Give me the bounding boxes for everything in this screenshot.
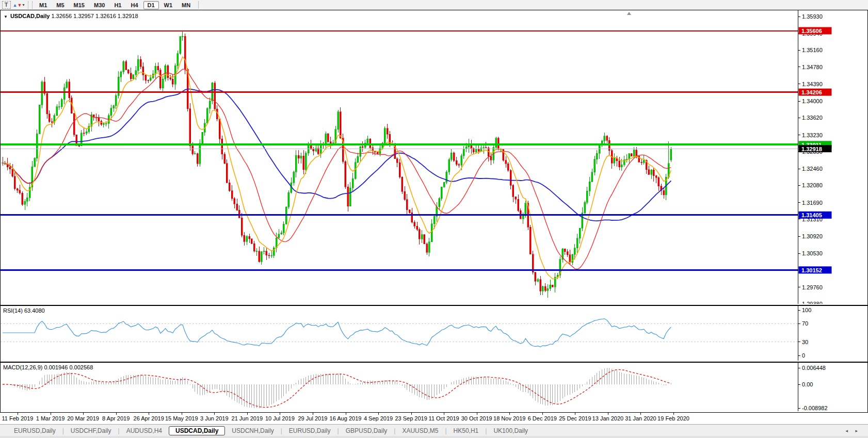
- main-chart-panel[interactable]: 1.359301.355401.351601.347801.343901.340…: [0, 10, 868, 305]
- date-axis-label: 11 Oct 2019: [429, 415, 459, 421]
- macd-canvas[interactable]: 0.0064480.00-0.008982: [1, 363, 867, 411]
- date-axis-label: 18 Nov 2019: [493, 415, 525, 421]
- date-axis-label: 3 Jun 2019: [200, 415, 228, 421]
- date-tick: [247, 413, 248, 415]
- date-axis-label: 11 Feb 2019: [2, 415, 34, 421]
- date-axis-label: 4 Sep 2019: [364, 415, 393, 421]
- date-tick: [214, 413, 215, 415]
- date-tick: [116, 413, 117, 415]
- chart-tab-usdchf-daily[interactable]: USDCHF,Daily: [64, 426, 118, 435]
- price-axis-tick: 1.30530: [802, 250, 823, 256]
- price-axis-tick: 1.33620: [802, 115, 823, 121]
- top-toolbar: T ▲▼ ▾ M1M5M15M30H1H4D1W1MN: [0, 0, 868, 10]
- price-badge: 1.34206: [801, 89, 822, 95]
- tab-scroll-arrows[interactable]: ◂ ▸: [845, 428, 861, 433]
- collapse-indicator-icon[interactable]: ▼: [4, 14, 8, 19]
- toolbar-grip[interactable]: [28, 2, 33, 9]
- date-axis-label: 31 Jan 2020: [625, 415, 656, 421]
- rsi-axis-tick: 30: [802, 339, 808, 345]
- date-tick: [608, 413, 608, 415]
- date-tick: [411, 413, 412, 415]
- date-tick: [182, 413, 182, 415]
- chart-tab-usdcnh-daily[interactable]: USDCNH,Daily: [225, 426, 280, 435]
- timeframe-button-group: M1M5M15M30H1H4D1W1MN: [35, 1, 195, 9]
- main-chart-canvas[interactable]: 1.359301.355401.351601.347801.343901.340…: [1, 10, 867, 304]
- chart-tab-audusd-h4[interactable]: AUDUSD,H4: [120, 426, 169, 435]
- price-axis-tick: 1.31690: [802, 200, 823, 206]
- timeframe-button-mn[interactable]: MN: [178, 1, 195, 9]
- date-axis-label: 29 Jul 2019: [298, 415, 327, 421]
- chart-tab-eurusd-daily[interactable]: EURUSD,Daily: [7, 426, 62, 435]
- rsi-canvas[interactable]: 10070300: [1, 306, 867, 361]
- timeframe-button-w1[interactable]: W1: [160, 1, 177, 9]
- date-tick: [280, 413, 280, 415]
- chart-symbol-label: USDCAD,Daily: [10, 13, 50, 19]
- timeframe-button-m15[interactable]: M15: [70, 1, 89, 9]
- date-tick: [51, 413, 51, 415]
- date-axis-label: 6 Dec 2019: [528, 415, 557, 421]
- date-tick: [640, 413, 641, 415]
- arrange-charts-icon[interactable]: ▲▼ ▾: [13, 1, 24, 9]
- chart-ohlc-values: 1.32656 1.32957 1.32616 1.32918: [51, 13, 138, 19]
- date-axis-label: 15 May 2019: [165, 415, 198, 421]
- chart-tab-eurusd-daily[interactable]: EURUSD,Daily: [282, 426, 337, 435]
- chart-tab-uk100-daily[interactable]: UK100,Daily: [487, 426, 535, 435]
- timeframe-button-h1[interactable]: H1: [110, 1, 125, 9]
- date-axis[interactable]: 11 Feb 20191 Mar 201920 Mar 20198 Apr 20…: [0, 413, 868, 424]
- dropdown-caret-icon[interactable]: ▾: [22, 3, 24, 7]
- chart-header[interactable]: ▼USDCAD,Daily 1.32656 1.32957 1.32616 1.…: [4, 13, 138, 19]
- price-axis-tick: 1.35930: [802, 13, 823, 20]
- text-label-tool-icon[interactable]: T: [1, 1, 11, 9]
- date-tick: [378, 413, 379, 415]
- price-badge: 1.30152: [801, 267, 822, 273]
- text-tool-glyph: T: [2, 1, 11, 9]
- price-axis-tick: 1.35160: [802, 47, 823, 53]
- price-axis-tick: 1.32080: [802, 182, 823, 188]
- date-axis-label: 10 Jul 2019: [265, 415, 295, 421]
- toolbar-separator: [198, 1, 199, 9]
- rsi-axis-tick: 0: [802, 352, 805, 359]
- chart-tab-usdcad-daily[interactable]: USDCAD,Daily: [169, 426, 225, 435]
- date-axis-label: 26 Apr 2019: [134, 415, 164, 421]
- date-tick: [509, 413, 510, 415]
- date-tick: [346, 413, 346, 415]
- macd-axis-tick: -0.008982: [802, 405, 828, 411]
- chart-tab-bar: EURUSD,Daily|USDCHF,Daily|AUDUSD,H4USDCA…: [0, 424, 868, 436]
- timeframe-button-m5[interactable]: M5: [52, 1, 68, 9]
- timeframe-button-m30[interactable]: M30: [90, 1, 109, 9]
- date-tick: [313, 413, 313, 415]
- price-axis-tick: 1.32460: [802, 166, 823, 172]
- rsi-label: RSI(14) 63.4080: [3, 307, 45, 314]
- chart-tab-hk50-h1[interactable]: HK50,H1: [447, 426, 486, 435]
- price-axis-tick: 1.34000: [802, 98, 823, 104]
- price-axis-tick: 1.34780: [802, 64, 823, 70]
- timeframe-button-d1[interactable]: D1: [143, 1, 159, 9]
- date-axis-label: 20 Mar 2019: [67, 415, 99, 421]
- timeframe-button-m1[interactable]: M1: [35, 1, 51, 9]
- rsi-axis-tick: 100: [802, 307, 811, 313]
- rsi-indicator-panel[interactable]: 10070300 RSI(14) 63.4080: [0, 305, 868, 362]
- macd-axis-tick: 0.006448: [802, 365, 826, 371]
- price-badge: 1.35606: [801, 28, 822, 34]
- date-axis-label: 30 Oct 2019: [461, 415, 492, 421]
- date-axis-label: 13 Jan 2020: [592, 415, 624, 421]
- price-axis-tick: 1.30920: [802, 233, 823, 239]
- window-bottom-strip: [0, 436, 868, 438]
- date-tick: [542, 413, 543, 415]
- macd-label: MACD(12,26,9) 0.001946 0.002568: [3, 364, 93, 370]
- macd-indicator-panel[interactable]: 0.0064480.00-0.008982 MACD(12,26,9) 0.00…: [0, 362, 868, 413]
- rsi-axis-tick: 70: [802, 320, 808, 327]
- price-axis-tick: 1.34390: [802, 81, 823, 87]
- chart-tab-xauusd-m5[interactable]: XAUUSD,M5: [395, 426, 445, 435]
- date-tick: [149, 413, 149, 415]
- chart-tab-gbpusd-daily[interactable]: GBPUSD,Daily: [339, 426, 394, 435]
- down-arrow-icon: ▼: [18, 3, 22, 8]
- date-axis-label: 23 Sep 2019: [395, 415, 427, 421]
- timeframe-button-h4[interactable]: H4: [126, 1, 142, 9]
- date-tick: [83, 413, 84, 415]
- price-axis-tick: 1.29380: [802, 301, 823, 304]
- date-tick: [477, 413, 477, 415]
- price-badge: 1.31405: [801, 212, 822, 218]
- date-axis-label: 16 Aug 2019: [330, 415, 362, 421]
- price-axis-tick: 1.29760: [802, 284, 823, 290]
